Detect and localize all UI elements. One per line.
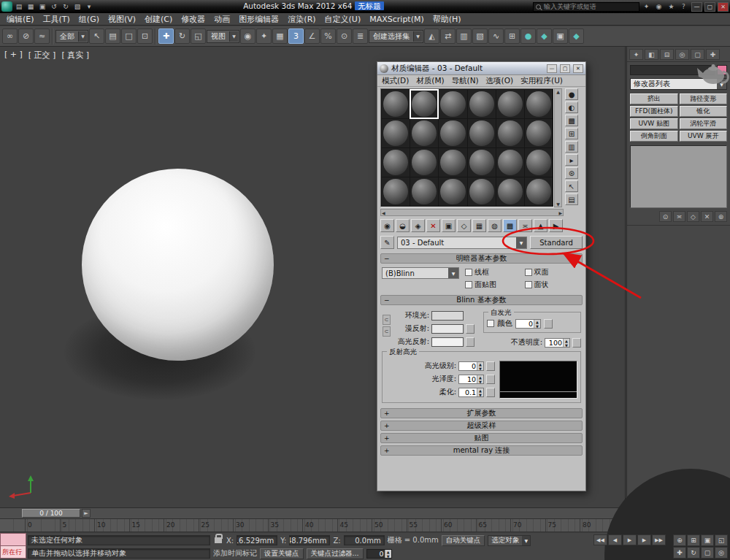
go-to-end-icon[interactable]: ▶▶ <box>652 534 666 545</box>
shader-option-checkbox[interactable]: 面贴图 <box>465 280 522 290</box>
me-menu-item[interactable]: 实用程序(U) <box>520 76 563 86</box>
go-to-parent-icon[interactable]: ▲ <box>534 219 548 232</box>
material-id-channel-icon[interactable]: ◍ <box>488 219 502 232</box>
map-shortcut-button[interactable] <box>486 375 495 384</box>
undo-icon[interactable]: ↺ <box>49 1 59 12</box>
percent-snap-icon[interactable]: % <box>320 28 336 44</box>
favorites-icon[interactable]: ★ <box>666 1 677 12</box>
menu-item[interactable]: 图形编辑器 <box>234 13 283 26</box>
make-unique-icon[interactable]: ◇ <box>457 219 471 232</box>
select-and-manipulate-icon[interactable]: ✦ <box>256 28 272 44</box>
put-to-library-icon[interactable]: ▦ <box>472 219 486 232</box>
show-end-result-icon[interactable]: ≍ <box>673 211 685 222</box>
new-scene-icon[interactable]: ▤ <box>14 1 24 12</box>
specular-color-swatch[interactable] <box>431 337 464 347</box>
layer-manager-icon[interactable]: ▥ <box>456 28 472 44</box>
remove-modifier-icon[interactable]: ✕ <box>701 211 713 222</box>
menu-item[interactable]: 编辑(E) <box>2 13 39 26</box>
communication-center-icon[interactable]: ◉ <box>653 1 664 12</box>
zoom-icon[interactable]: ⊕ <box>673 534 686 546</box>
ambient-color-swatch[interactable] <box>431 311 464 321</box>
pan-icon[interactable]: ✚ <box>673 547 686 559</box>
auto-key-button[interactable]: 自动关键点 <box>442 535 485 546</box>
select-by-name-icon[interactable]: ▤ <box>105 28 120 44</box>
sample-slot-0[interactable] <box>382 90 410 118</box>
sample-slot-19[interactable] <box>410 177 438 206</box>
get-material-icon[interactable]: ◉ <box>380 219 394 232</box>
schematic-view-icon[interactable]: ⊞ <box>504 28 520 44</box>
self-illumination-color-checkbox[interactable] <box>487 320 494 327</box>
shader-option-checkbox[interactable]: 线框 <box>465 267 522 277</box>
maximize-button[interactable]: ▢ <box>704 2 715 12</box>
opacity-spinner[interactable]: 100▲▼ <box>545 338 570 348</box>
field-of-view-icon[interactable]: ◎ <box>715 547 728 559</box>
play-animation-icon[interactable]: ▶ <box>623 534 637 545</box>
background-icon[interactable]: ▩ <box>565 115 578 126</box>
video-color-check-icon[interactable]: ▥ <box>565 141 578 153</box>
keyboard-override-icon[interactable]: ▦ <box>272 28 288 44</box>
select-and-move-icon[interactable]: ✚ <box>158 28 174 44</box>
sample-slot-22[interactable] <box>496 177 524 206</box>
menu-item[interactable]: 自定义(U) <box>320 13 366 26</box>
modifier-button[interactable]: FFD(圆柱体) <box>630 106 678 117</box>
lock-diffuse-specular-icon[interactable]: ⊂ <box>383 326 391 337</box>
sample-slot-10[interactable] <box>496 119 524 147</box>
material-name-dropdown[interactable]: 03 - Default▼ <box>397 237 527 249</box>
viewport-shading-menu[interactable]: [ 真实 ] <box>61 50 89 61</box>
close-button[interactable]: ✕ <box>718 2 729 12</box>
sample-slot-11[interactable] <box>525 119 553 147</box>
app-logo-icon[interactable] <box>1 1 12 12</box>
minimize-button[interactable]: — <box>691 2 702 12</box>
spinner-snap-icon[interactable]: ⊙ <box>337 28 352 44</box>
value-spinner[interactable]: 10▲▼ <box>458 375 484 384</box>
key-selection-dropdown[interactable]: 选定对象▼ <box>488 535 531 546</box>
zoom-region-icon[interactable]: ◱ <box>715 534 728 546</box>
modifier-stack-list[interactable] <box>630 145 727 208</box>
sample-slot-7[interactable] <box>410 119 438 147</box>
rollout-header-blinn[interactable]: Blinn 基本参数 <box>380 295 583 305</box>
modifier-button[interactable]: 路径变形 <box>680 93 728 104</box>
modifier-button[interactable]: 涡轮平滑 <box>680 118 728 129</box>
open-file-icon[interactable]: ▦ <box>26 1 36 12</box>
next-frame-icon[interactable]: ▶ <box>637 534 651 545</box>
slot-vertical-scrollbar[interactable]: ▲▼ <box>554 88 562 207</box>
me-menu-item[interactable]: 材质(M) <box>416 76 444 86</box>
snap-toggle-3d-icon[interactable]: 3 <box>288 28 304 44</box>
self-illumination-map-button[interactable] <box>544 319 553 329</box>
slot-horizontal-scrollbar[interactable]: ◀▶ <box>380 209 564 216</box>
motion-tab-icon[interactable]: ◎ <box>675 49 689 60</box>
rollout-header-collapsed[interactable]: 超级采样 <box>380 421 583 431</box>
select-by-material-icon[interactable]: ↖ <box>565 180 578 192</box>
viewport-pov-menu[interactable]: [ 正交 ] <box>28 50 56 61</box>
specular-map-button[interactable] <box>466 337 474 347</box>
go-to-start-icon[interactable]: ◀◀ <box>593 534 607 545</box>
sample-type-icon[interactable]: ● <box>565 88 578 100</box>
add-time-tag[interactable]: 添加时间标记 <box>213 548 257 559</box>
time-slider-handle[interactable]: 0 / 100 <box>22 509 80 518</box>
select-object-icon[interactable]: ↖ <box>89 28 104 44</box>
sample-slot-15[interactable] <box>468 148 496 177</box>
graphite-ribbon-icon[interactable]: ▧ <box>472 28 488 44</box>
redo-icon[interactable]: ↻ <box>61 1 71 12</box>
x-coordinate-field[interactable]: 716.529mm <box>237 535 277 545</box>
project-folder-icon[interactable]: ▧ <box>72 1 82 12</box>
sample-slot-16[interactable] <box>496 148 524 177</box>
menu-item[interactable]: 渲染(R) <box>283 13 320 26</box>
configure-modifier-sets-icon[interactable]: ⊛ <box>715 211 727 222</box>
make-preview-icon[interactable]: ▸ <box>565 154 578 166</box>
key-filters-button[interactable]: 关键点过滤器... <box>307 548 364 559</box>
macro-recorder-line[interactable] <box>0 533 26 546</box>
scroll-down-icon[interactable]: ▼ <box>556 202 560 207</box>
sample-slot-2[interactable] <box>439 90 466 118</box>
select-and-link-icon[interactable]: ∞ <box>2 28 18 44</box>
self-illumination-spinner[interactable]: 0▲▼ <box>515 319 541 329</box>
opacity-map-button[interactable] <box>572 338 581 348</box>
sample-slot-21[interactable] <box>468 177 496 206</box>
sample-slot-3[interactable] <box>468 90 496 118</box>
window-crossing-icon[interactable]: ⊡ <box>137 28 153 44</box>
modifier-button[interactable]: 锥化 <box>680 106 728 117</box>
modifier-button[interactable]: UVW 贴图 <box>630 118 678 129</box>
me-close-button[interactable]: ✕ <box>573 64 583 73</box>
modifier-button[interactable]: 挤出 <box>630 93 678 104</box>
diffuse-color-swatch[interactable] <box>431 324 464 334</box>
